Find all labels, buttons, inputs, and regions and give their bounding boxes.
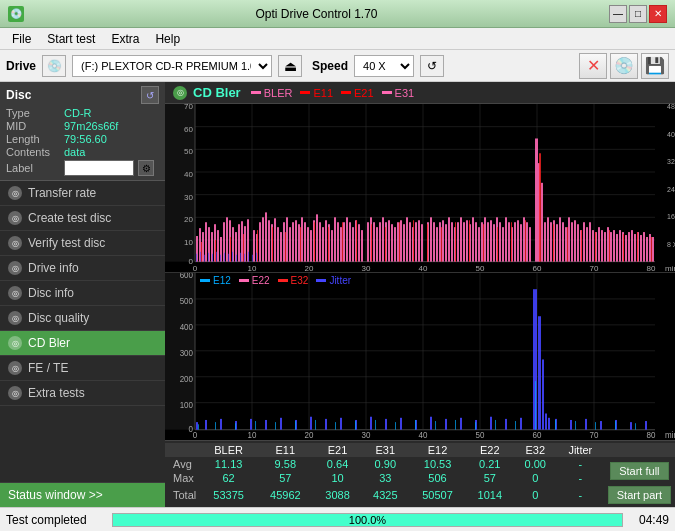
svg-rect-151 — [529, 227, 531, 261]
legend-bler: BLER — [251, 87, 293, 99]
svg-rect-325 — [515, 421, 516, 430]
disc-refresh-button[interactable]: ↺ — [141, 86, 159, 104]
svg-rect-213 — [497, 227, 498, 261]
sidebar-item-disc-quality[interactable]: ◎ Disc quality — [0, 306, 165, 331]
svg-rect-326 — [535, 381, 536, 430]
transfer-rate-icon: ◎ — [8, 186, 22, 200]
svg-rect-292 — [460, 417, 462, 429]
sidebar-item-cd-bler[interactable]: ◎ CD Bler — [0, 331, 165, 356]
svg-rect-310 — [215, 422, 216, 430]
svg-rect-137 — [487, 222, 489, 261]
svg-text:0: 0 — [193, 430, 198, 440]
svg-rect-313 — [275, 422, 276, 430]
svg-rect-61 — [253, 230, 255, 262]
disc-label-input[interactable] — [64, 160, 134, 176]
drive-select[interactable]: (F:) PLEXTOR CD-R PREMIUM 1.07 — [72, 55, 272, 77]
sidebar-item-disc-info[interactable]: ◎ Disc info — [0, 281, 165, 306]
sidebar-item-extra-tests[interactable]: ◎ Extra tests — [0, 381, 165, 406]
start-part-button[interactable]: Start part — [608, 486, 671, 504]
svg-text:30: 30 — [184, 193, 193, 202]
menu-extra[interactable]: Extra — [103, 30, 147, 48]
svg-rect-121 — [439, 222, 441, 261]
svg-rect-203 — [356, 220, 357, 261]
discs-button[interactable]: 💿 — [610, 53, 638, 79]
svg-rect-211 — [469, 220, 470, 261]
status-text: Test completed — [6, 513, 106, 527]
svg-rect-208 — [427, 224, 428, 261]
disc-label-gear-button[interactable]: ⚙ — [138, 160, 154, 176]
svg-rect-128 — [460, 217, 462, 261]
disc-panel: Disc ↺ Type CD-R MID 97m26s66f Length 79… — [0, 82, 165, 181]
svg-rect-239 — [252, 255, 253, 262]
refresh-speed-button[interactable]: ↺ — [420, 55, 444, 77]
svg-rect-160 — [559, 217, 561, 261]
svg-rect-298 — [538, 316, 541, 429]
sidebar-item-drive-info[interactable]: ◎ Drive info — [0, 256, 165, 281]
svg-rect-133 — [475, 222, 477, 261]
maximize-button[interactable]: □ — [629, 5, 647, 23]
disc-type-key: Type — [6, 107, 64, 119]
svg-rect-175 — [604, 232, 606, 262]
sidebar-item-verify-test-disc-label: Verify test disc — [28, 236, 105, 250]
svg-rect-50 — [217, 230, 219, 262]
svg-text:60: 60 — [184, 125, 193, 134]
extra-tests-icon: ◎ — [8, 386, 22, 400]
svg-rect-109 — [400, 220, 402, 261]
start-full-button[interactable]: Start full — [610, 462, 668, 480]
svg-rect-46 — [205, 222, 207, 261]
col-header-bler: BLER — [200, 443, 257, 457]
legend-e21-label: E21 — [354, 87, 374, 99]
speed-select[interactable]: 40 X — [354, 55, 414, 77]
svg-rect-65 — [265, 212, 267, 261]
col-header-e11: E11 — [257, 443, 314, 457]
svg-rect-112 — [409, 222, 411, 261]
sidebar-item-transfer-rate[interactable]: ◎ Transfer rate — [0, 181, 165, 206]
row-total-e12: 50507 — [409, 485, 466, 505]
svg-rect-159 — [556, 224, 558, 261]
save-button[interactable]: 💾 — [641, 53, 669, 79]
svg-rect-275 — [205, 419, 207, 429]
svg-rect-169 — [586, 227, 588, 261]
svg-rect-76 — [298, 224, 300, 261]
sidebar-item-fe-te[interactable]: ◎ FE / TE — [0, 356, 165, 381]
svg-rect-75 — [295, 220, 297, 261]
menu-start-test[interactable]: Start test — [39, 30, 103, 48]
svg-rect-87 — [331, 230, 333, 262]
menu-help[interactable]: Help — [147, 30, 188, 48]
legend-e11-dot — [300, 91, 310, 94]
eject-button[interactable]: ⏏ — [278, 55, 302, 77]
svg-rect-173 — [598, 227, 600, 261]
svg-rect-301 — [548, 417, 550, 429]
sidebar-item-fe-te-label: FE / TE — [28, 361, 68, 375]
svg-rect-178 — [613, 230, 615, 262]
svg-rect-85 — [325, 220, 327, 261]
disc-contents-row: Contents data — [6, 146, 159, 158]
svg-rect-308 — [645, 421, 647, 430]
svg-rect-120 — [436, 227, 438, 261]
status-window-button[interactable]: Status window >> — [0, 482, 165, 507]
row-total-e31: 4325 — [361, 485, 409, 505]
svg-rect-84 — [322, 227, 324, 261]
svg-rect-185 — [634, 234, 636, 262]
svg-text:8 X: 8 X — [667, 241, 675, 248]
svg-rect-149 — [523, 217, 525, 261]
eraser-button[interactable]: ✕ — [579, 53, 607, 79]
sidebar-item-cd-bler-label: CD Bler — [28, 336, 70, 350]
sidebar-item-verify-test-disc[interactable]: ◎ Verify test disc — [0, 231, 165, 256]
row-total-bler: 53375 — [200, 485, 257, 505]
svg-rect-192 — [201, 242, 202, 262]
svg-rect-227 — [204, 255, 205, 262]
svg-rect-146 — [514, 222, 516, 261]
row-max-e12: 506 — [409, 471, 466, 485]
svg-rect-323 — [475, 422, 476, 430]
menu-file[interactable]: File — [4, 30, 39, 48]
row-max-label: Max — [165, 471, 200, 485]
svg-rect-199 — [300, 227, 301, 261]
sidebar-item-create-test-disc[interactable]: ◎ Create test disc — [0, 206, 165, 231]
svg-rect-58 — [241, 221, 243, 261]
verify-test-disc-icon: ◎ — [8, 236, 22, 250]
svg-text:300: 300 — [180, 347, 194, 357]
svg-text:60: 60 — [533, 265, 542, 272]
minimize-button[interactable]: — — [609, 5, 627, 23]
close-button[interactable]: ✕ — [649, 5, 667, 23]
